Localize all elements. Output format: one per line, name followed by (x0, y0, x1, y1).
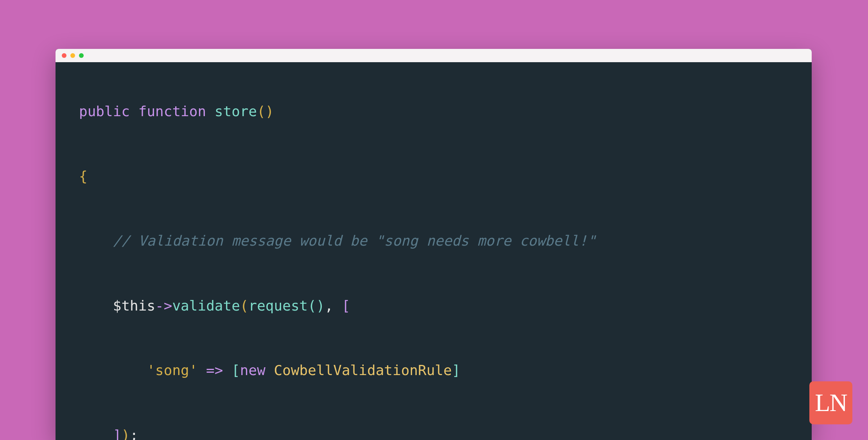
maximize-icon[interactable] (79, 53, 84, 58)
semicolon: ; (130, 427, 138, 440)
comment-line: // Validation message would be "song nee… (113, 233, 596, 249)
close-bracket: ] (113, 427, 122, 440)
method-validate: validate (172, 298, 240, 314)
minimize-icon[interactable] (70, 53, 75, 58)
keyword-new: new (240, 362, 265, 378)
open-paren: ( (240, 298, 249, 314)
open-brace: { (79, 168, 88, 184)
function-request: request (249, 298, 308, 314)
space (265, 362, 274, 378)
logo-text: LN (815, 388, 846, 417)
window-titlebar (56, 49, 812, 62)
class-name: CowbellValidationRule (274, 362, 452, 378)
function-name: store (215, 103, 257, 119)
keyword-function: function (138, 103, 206, 119)
close-paren: ) (121, 427, 130, 440)
comma: , (325, 298, 342, 314)
parentheses: () (257, 103, 274, 119)
variable-this: $this (113, 298, 155, 314)
open-bracket: [ (342, 298, 350, 314)
logo-badge: LN (809, 381, 852, 424)
code-block: public function store() { // Validation … (56, 62, 812, 440)
editor-window: public function store() { // Validation … (56, 49, 812, 440)
fat-arrow: => (197, 362, 231, 378)
inner-open-bracket: [ (231, 362, 240, 378)
request-parens: () (308, 298, 325, 314)
string-song: 'song' (147, 362, 197, 378)
inner-close-bracket: ] (452, 362, 461, 378)
keyword-public: public (79, 103, 130, 119)
arrow-operator: -> (155, 298, 172, 314)
close-icon[interactable] (62, 53, 66, 58)
